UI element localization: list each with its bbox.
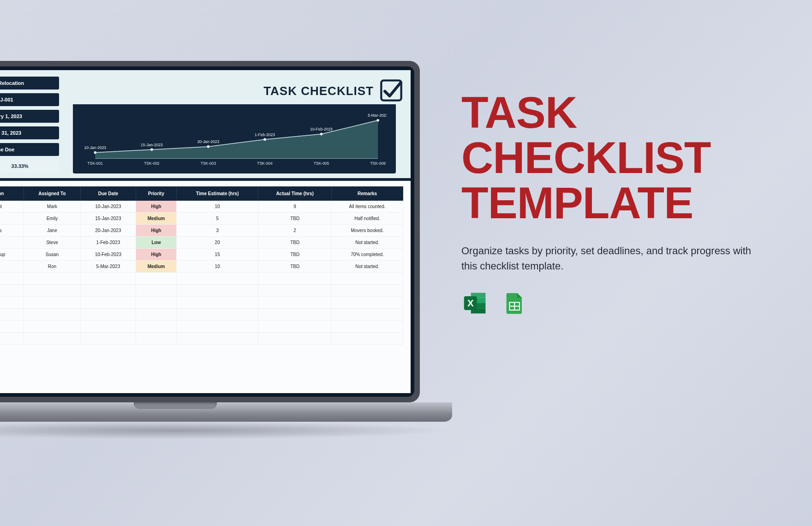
- cell-priority: Medium: [136, 213, 176, 225]
- svg-point-13: [207, 145, 210, 148]
- cell-empty: [136, 285, 176, 297]
- cell-empty: [24, 297, 80, 309]
- spreadsheet-screen: Office Relocation PRJ-001 January 1, 202…: [0, 70, 411, 393]
- chart-x-tick: TSK-006: [370, 161, 386, 166]
- laptop-body: Office Relocation PRJ-001 January 1, 202…: [0, 61, 420, 402]
- task-table-body: Inventory CountMark10-Jan-2023High109All…: [0, 201, 403, 345]
- cell-empty: [80, 285, 136, 297]
- cell-estimate: 3: [177, 225, 258, 237]
- chart-x-tick: TSK-005: [314, 161, 329, 166]
- cell-empty: [136, 297, 176, 309]
- cell-remarks: 70% completed.: [332, 249, 403, 261]
- table-row-empty: [0, 321, 403, 333]
- table-row: Contact MoversJane20-Jan-2023High32Mover…: [0, 225, 403, 237]
- cell-empty: [24, 285, 80, 297]
- cell-empty: [136, 321, 176, 333]
- cell-actual: TBD: [258, 261, 332, 273]
- title-line-2: CHECKLIST: [461, 133, 710, 182]
- table-row-empty: [0, 309, 403, 321]
- cell-estimate: 10: [177, 201, 258, 213]
- cell-estimate: 15: [177, 249, 258, 261]
- cell-actual: 9: [258, 201, 332, 213]
- cell-actual: TBD: [258, 213, 332, 225]
- svg-point-16: [376, 119, 379, 122]
- cell-remarks: Movers booked.: [332, 225, 403, 237]
- cell-remarks: All items counted.: [332, 201, 403, 213]
- cell-empty: [332, 321, 403, 333]
- table-row: IT Systems BackupSusan10-Feb-2023High15T…: [0, 249, 403, 261]
- cell-empty: [0, 309, 24, 321]
- title-line-3: TEMPLATE: [461, 178, 693, 227]
- col-taskdesc: Task Description: [0, 186, 24, 201]
- cell-empty: [177, 309, 258, 321]
- table-row-empty: [0, 297, 403, 309]
- task-table-header: Task Description Assigned To Due Date Pr…: [0, 186, 403, 201]
- cell-empty: [0, 297, 24, 309]
- app-icons-row: X: [461, 289, 757, 317]
- chart-point-label: 10-Jan-2023: [84, 145, 107, 150]
- cell-empty: [80, 309, 136, 321]
- svg-point-11: [94, 151, 96, 154]
- cell-estimate: 5: [177, 213, 258, 225]
- cell-empty: [136, 333, 176, 345]
- end-date-box: March 31, 2023: [0, 126, 59, 139]
- excel-icon: X: [461, 289, 489, 317]
- cell-due: 5-Mar-2023: [80, 261, 136, 273]
- cell-empty: [258, 309, 332, 321]
- cell-actual: TBD: [258, 237, 332, 249]
- cell-empty: [177, 273, 258, 285]
- cell-empty: [332, 285, 403, 297]
- cell-empty: [177, 333, 258, 345]
- cell-estimate: 10: [177, 261, 258, 273]
- col-estimate: Time Estimate (hrs): [177, 186, 258, 201]
- cell-priority: Low: [136, 237, 176, 249]
- cell-empty: [0, 333, 24, 345]
- checkbox-logo-icon: [379, 78, 403, 102]
- cell-assigned: Mark: [24, 201, 80, 213]
- cell-priority: High: [136, 201, 176, 213]
- cell-remarks: Not started.: [332, 261, 403, 273]
- cell-empty: [332, 273, 403, 285]
- svg-point-14: [263, 138, 266, 141]
- table-row-empty: [0, 333, 403, 345]
- cell-empty: [0, 321, 24, 333]
- cell-actual: TBD: [258, 249, 332, 261]
- cell-remarks: Not started.: [332, 237, 403, 249]
- cell-priority: High: [136, 225, 176, 237]
- cell-empty: [258, 273, 332, 285]
- table-row: Inventory CountMark10-Jan-2023High109All…: [0, 201, 403, 213]
- cell-due: 10-Feb-2023: [80, 249, 136, 261]
- cell-due: 15-Jan-2023: [80, 213, 136, 225]
- cell-actual: 2: [258, 225, 332, 237]
- cell-empty: [258, 297, 332, 309]
- cell-priority: Medium: [136, 261, 176, 273]
- cell-task-desc: Contact Movers: [0, 225, 24, 237]
- promo-panel: TASK CHECKLIST TEMPLATE Organize tasks b…: [461, 90, 757, 317]
- laptop-mockup: Office Relocation PRJ-001 January 1, 202…: [0, 61, 452, 439]
- cell-task-desc: Inventory Count: [0, 201, 24, 213]
- cell-due: 20-Jan-2023: [80, 225, 136, 237]
- cell-assigned: Emily: [24, 213, 80, 225]
- laptop-bezel: Office Relocation PRJ-001 January 1, 202…: [0, 66, 414, 397]
- table-row-empty: [0, 285, 403, 297]
- svg-text:X: X: [467, 297, 474, 308]
- chart-x-tick: TSK-004: [257, 161, 273, 166]
- cell-empty: [80, 297, 136, 309]
- cell-empty: [24, 333, 80, 345]
- table-row-empty: [0, 273, 403, 285]
- col-due: Due Date: [80, 186, 136, 201]
- chart-point-label: 5-Mar-2023: [368, 113, 387, 118]
- cell-estimate: 20: [177, 237, 258, 249]
- cell-empty: [177, 285, 258, 297]
- cell-remarks: Half notified.: [332, 213, 403, 225]
- laptop-shadow: [0, 422, 452, 439]
- cell-empty: [0, 285, 24, 297]
- chart-x-tick: TSK-001: [88, 161, 103, 166]
- svg-point-12: [150, 148, 153, 151]
- col-actual: Actual Time (hrs): [258, 186, 332, 201]
- cell-task-desc: Notify Staff: [0, 213, 24, 225]
- table-row: PackingSteve1-Feb-2023Low20TBDNot starte…: [0, 237, 403, 249]
- cell-task-desc: Packing: [0, 237, 24, 249]
- cell-empty: [24, 309, 80, 321]
- cell-empty: [177, 321, 258, 333]
